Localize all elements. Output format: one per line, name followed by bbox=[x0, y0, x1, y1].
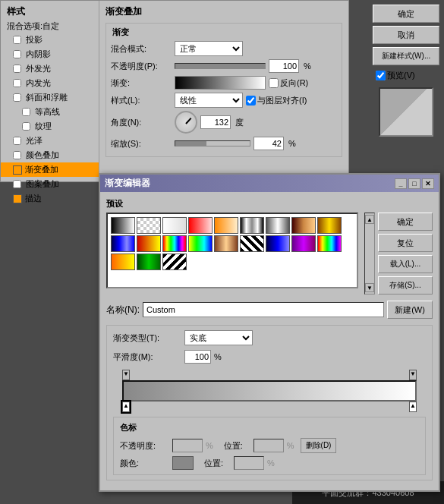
gradient-preview[interactable] bbox=[175, 76, 266, 90]
inner-shadow-checkbox[interactable] bbox=[13, 50, 21, 58]
preset-rainbow2[interactable] bbox=[188, 235, 213, 252]
sidebar-item-gradient-overlay[interactable]: 渐变叠加 bbox=[1, 162, 99, 177]
pattern-overlay-checkbox[interactable] bbox=[13, 180, 21, 188]
type-select[interactable]: 实底 bbox=[184, 330, 253, 345]
ok-button[interactable]: 确定 bbox=[373, 5, 439, 23]
dialog-reset-button[interactable]: 复位 bbox=[378, 234, 433, 252]
sidebar-item-pattern-overlay[interactable]: 图案叠加 bbox=[1, 177, 99, 191]
name-input[interactable] bbox=[143, 302, 384, 317]
opacity-input[interactable] bbox=[269, 59, 299, 73]
color-handle-left[interactable]: ▲ bbox=[122, 402, 130, 412]
maximize-button[interactable]: □ bbox=[408, 178, 420, 189]
smooth-input[interactable] bbox=[184, 350, 211, 364]
cancel-button[interactable]: 取消 bbox=[373, 26, 439, 44]
scale-slider[interactable] bbox=[175, 140, 250, 146]
preset-orange-trans[interactable] bbox=[214, 217, 238, 234]
color-stop-label: 色标 bbox=[120, 422, 419, 433]
new-gradient-button[interactable]: 新建(W) bbox=[387, 301, 433, 319]
texture-label: 纹理 bbox=[35, 121, 52, 132]
scale-row: 缩放(S): % bbox=[111, 137, 337, 150]
preset-red-trans[interactable] bbox=[188, 217, 213, 234]
inner-glow-label: 内发光 bbox=[26, 77, 51, 89]
stop-location-label: 位置: bbox=[204, 458, 231, 469]
stop-location-input[interactable] bbox=[234, 456, 264, 470]
dialog-load-button[interactable]: 载入(L)... bbox=[378, 255, 433, 273]
dialog-right-buttons: 确定 复位 载入(L)... 存储(S)... bbox=[378, 213, 433, 295]
sidebar-item-texture[interactable]: 纹理 bbox=[1, 119, 99, 134]
style-select[interactable]: 线性 bbox=[175, 93, 243, 108]
sidebar-item-color-overlay[interactable]: 颜色叠加 bbox=[1, 148, 99, 162]
layer-styles-panel: 样式 混合选项:自定 投影 内阴影 外发光 内发光 斜面和浮雕 等高线 bbox=[0, 0, 349, 182]
preset-steel[interactable] bbox=[266, 217, 290, 234]
close-button[interactable]: ✕ bbox=[422, 178, 434, 189]
preset-red-yellow[interactable] bbox=[137, 235, 161, 252]
preset-dark-strip[interactable] bbox=[266, 235, 290, 252]
sidebar-item-satin[interactable]: 光泽 bbox=[1, 134, 99, 148]
sidebar-item-inner-glow[interactable]: 内发光 bbox=[1, 76, 99, 90]
satin-label: 光泽 bbox=[26, 135, 43, 146]
minimize-button[interactable]: _ bbox=[395, 178, 407, 189]
align-layer-label[interactable]: 与图层对齐(I) bbox=[246, 95, 307, 106]
preview-checkbox[interactable] bbox=[376, 71, 386, 80]
preset-bw[interactable] bbox=[111, 217, 135, 234]
contour-checkbox[interactable] bbox=[22, 108, 30, 116]
angle-dial[interactable] bbox=[175, 111, 197, 134]
gradient-editor-dialog: 渐变编辑器 _ □ ✕ 预设 bbox=[99, 173, 440, 492]
preset-gold[interactable] bbox=[317, 217, 342, 234]
preset-violet[interactable] bbox=[291, 235, 316, 252]
preview-checkbox-label[interactable]: 预览(V) bbox=[373, 68, 439, 83]
opacity-handle-left[interactable]: ▼ bbox=[122, 370, 130, 380]
stop-color-swatch[interactable] bbox=[172, 456, 194, 470]
stop-position-input[interactable] bbox=[253, 439, 284, 452]
align-layer-checkbox[interactable] bbox=[246, 96, 256, 106]
angle-input[interactable] bbox=[200, 115, 231, 129]
bevel-emboss-checkbox[interactable] bbox=[13, 93, 21, 102]
color-overlay-checkbox[interactable] bbox=[13, 151, 21, 159]
scale-input[interactable] bbox=[253, 137, 284, 150]
opacity-handle-right[interactable]: ▼ bbox=[409, 370, 417, 380]
color-stop-section: 色标 不透明度: % 位置: % 删除(D) 颜色: 位置: % bbox=[113, 417, 426, 475]
sidebar-item-bevel-emboss[interactable]: 斜面和浮雕 bbox=[1, 90, 99, 105]
opacity-slider[interactable] bbox=[175, 63, 266, 69]
outer-glow-checkbox[interactable] bbox=[13, 65, 21, 73]
drop-shadow-checkbox[interactable] bbox=[13, 36, 21, 44]
color-handle-right[interactable]: ▲ bbox=[409, 402, 417, 412]
texture-checkbox[interactable] bbox=[22, 122, 30, 131]
sidebar-item-stroke[interactable]: 描边 bbox=[1, 191, 99, 206]
preset-orange2[interactable] bbox=[111, 254, 135, 270]
preset-copper2[interactable] bbox=[214, 235, 238, 252]
left-sidebar: 样式 混合选项:自定 投影 内阴影 外发光 内发光 斜面和浮雕 等高线 bbox=[1, 1, 99, 181]
new-style-button[interactable]: 新建样式(W)... bbox=[373, 47, 439, 65]
reverse-checkbox[interactable] bbox=[269, 78, 279, 88]
gradient-strip[interactable] bbox=[122, 380, 417, 402]
dialog-save-button[interactable]: 存储(S)... bbox=[378, 276, 433, 295]
preset-rainbow[interactable] bbox=[162, 235, 187, 252]
sidebar-item-inner-shadow[interactable]: 内阴影 bbox=[1, 47, 99, 61]
preset-chrome[interactable] bbox=[240, 217, 264, 234]
scroll-down-arrow[interactable]: ▼ bbox=[365, 283, 374, 292]
inner-glow-checkbox[interactable] bbox=[13, 79, 21, 87]
dialog-ok-button[interactable]: 确定 bbox=[378, 213, 433, 231]
sidebar-item-drop-shadow[interactable]: 投影 bbox=[1, 33, 99, 47]
stop-location-unit: % bbox=[267, 458, 275, 468]
preset-stripe2[interactable] bbox=[162, 254, 187, 270]
preset-green[interactable] bbox=[137, 254, 161, 270]
stop-opacity-input[interactable] bbox=[172, 439, 203, 452]
reverse-label[interactable]: 反向(R) bbox=[269, 77, 308, 89]
preset-copper[interactable] bbox=[291, 217, 316, 234]
preset-transparent[interactable] bbox=[137, 217, 161, 234]
scroll-up-arrow[interactable]: ▲ bbox=[365, 215, 374, 224]
gradient-row: 渐变: 反向(R) bbox=[111, 76, 337, 90]
preset-white-trans[interactable] bbox=[162, 217, 187, 234]
dialog-titlebar: 渐变编辑器 _ □ ✕ bbox=[100, 175, 439, 192]
preset-multi[interactable] bbox=[317, 235, 342, 252]
preset-stripe[interactable] bbox=[240, 235, 264, 252]
sidebar-item-outer-glow[interactable]: 外发光 bbox=[1, 61, 99, 76]
section-title: 渐变叠加 bbox=[105, 5, 342, 18]
sidebar-item-contour[interactable]: 等高线 bbox=[1, 105, 99, 119]
smooth-unit: % bbox=[214, 352, 222, 361]
blend-mode-select[interactable]: 正常 bbox=[175, 41, 243, 56]
preset-blue[interactable] bbox=[111, 235, 135, 252]
satin-checkbox[interactable] bbox=[13, 137, 21, 145]
delete-stop-button[interactable]: 删除(D) bbox=[301, 438, 337, 453]
